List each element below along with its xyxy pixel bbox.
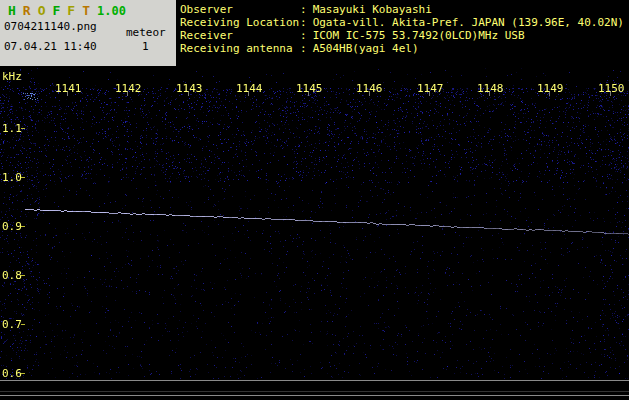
spectrogram-canvas — [0, 68, 629, 400]
time-axis-label: 1150 — [598, 82, 625, 95]
app-version: 1.00 — [97, 4, 126, 18]
title-letter: T — [82, 3, 90, 18]
signal-level-trace — [0, 391, 629, 392]
time-axis-label: 1144 — [236, 82, 263, 95]
time-axis-label: 1141 — [55, 82, 82, 95]
title-letter: F — [67, 3, 75, 18]
freq-axis-label: 1.1 — [2, 122, 22, 135]
info-label: Observer — [180, 3, 300, 16]
signal-level-strip — [0, 380, 629, 396]
output-filename: 0704211140.png — [4, 20, 97, 33]
info-value: Masayuki Kobayashi — [313, 3, 432, 16]
app-title: HROFFT1.00 — [8, 3, 126, 18]
info-label: Receiver — [180, 29, 300, 42]
freq-axis-label: 1.0 — [2, 171, 22, 184]
info-row: Observer:Masayuki Kobayashi — [180, 3, 624, 16]
time-axis-label: 1146 — [356, 82, 383, 95]
time-axis-label: 1142 — [115, 82, 142, 95]
time-axis-label: 1143 — [176, 82, 203, 95]
freq-axis-label: 0.9 — [2, 220, 22, 233]
info-row: Receiving Location:Ogata-vill. Akita-Pre… — [180, 16, 624, 29]
info-colon: : — [300, 29, 307, 42]
info-label: Receiving antenna — [180, 42, 300, 55]
title-letter: R — [23, 3, 31, 18]
title-letter: H — [8, 3, 16, 18]
info-colon: : — [300, 42, 307, 55]
info-value: ICOM IC-575 53.7492(0LCD)MHz USB — [313, 29, 525, 42]
app-header: HROFFT1.00 0704211140.png meteor 07.04.2… — [0, 0, 176, 66]
info-label: Receiving Location — [180, 16, 300, 29]
station-info: Observer:Masayuki Kobayashi Receiving Lo… — [180, 3, 624, 55]
time-axis-label: 1149 — [537, 82, 564, 95]
info-value: A504HB(yagi 4el) — [313, 42, 419, 55]
time-axis-label: 1148 — [477, 82, 504, 95]
count-value: 1 — [142, 40, 149, 53]
time-axis-label: 1147 — [417, 82, 444, 95]
freq-axis-unit: kHz — [2, 70, 22, 83]
freq-axis-label: 0.6 — [2, 367, 22, 380]
info-colon: : — [300, 16, 307, 29]
timestamp: 07.04.21 11:40 — [4, 40, 97, 53]
title-letter: O — [38, 3, 46, 18]
freq-axis-label: 0.7 — [2, 318, 22, 331]
mode-label: meteor — [126, 26, 166, 39]
info-value: Ogata-vill. Akita-Pref. JAPAN (139.96E, … — [313, 16, 624, 29]
freq-axis-label: 0.8 — [2, 269, 22, 282]
time-axis-label: 1145 — [296, 82, 323, 95]
info-colon: : — [300, 3, 307, 16]
title-letter: F — [52, 3, 60, 18]
info-row: Receiving antenna:A504HB(yagi 4el) — [180, 42, 624, 55]
info-row: Receiver:ICOM IC-575 53.7492(0LCD)MHz US… — [180, 29, 624, 42]
hrofft-window: HROFFT1.00 0704211140.png meteor 07.04.2… — [0, 0, 629, 400]
